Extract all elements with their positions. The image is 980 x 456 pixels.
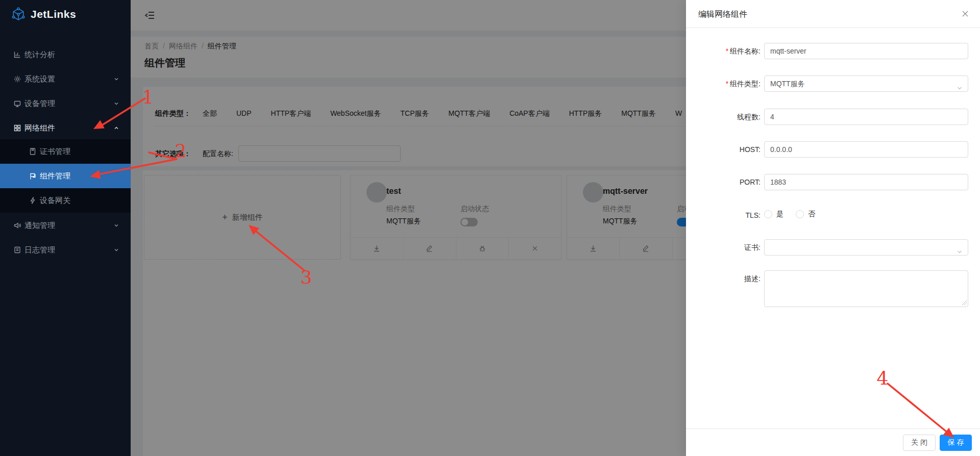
sidebar-item-logs[interactable]: 日志管理	[0, 238, 131, 262]
field-row-host: HOST:	[686, 141, 980, 158]
field-row-port: PORT:	[686, 174, 980, 190]
sidebar-item-stats[interactable]: 统计分析	[0, 42, 131, 67]
component-name-input[interactable]	[764, 43, 968, 59]
sidebar-item-components[interactable]: 组件管理	[0, 164, 131, 188]
save-button[interactable]: 保 存	[940, 435, 972, 451]
sidebar-item-notifications[interactable]: 通知管理	[0, 213, 131, 238]
sidebar-item-gateways[interactable]: 设备网关	[0, 188, 131, 213]
chevron-down-icon	[957, 81, 963, 87]
sidebar-item-network[interactable]: 网络组件	[0, 116, 131, 140]
host-input[interactable]	[764, 141, 968, 158]
close-button[interactable]: 关 闭	[903, 435, 936, 451]
chevron-down-icon	[113, 76, 119, 82]
edit-network-component-drawer: 编辑网络组件 *组件名称: *组件类型: MQTT服务 线程数: HOST: P…	[686, 0, 980, 456]
sidebar-item-certificates[interactable]: 证书管理	[0, 139, 131, 164]
field-row-tls: TLS: 是 否	[686, 207, 980, 223]
chevron-up-icon	[113, 125, 119, 131]
field-row-desc: 描述:	[686, 270, 980, 307]
tls-label: TLS:	[686, 207, 761, 223]
chevron-down-icon	[113, 100, 119, 107]
tls-no-label: 否	[808, 210, 815, 219]
chevron-down-icon	[957, 245, 963, 251]
port-input[interactable]	[764, 174, 968, 190]
threads-label: 线程数:	[686, 109, 761, 125]
sidebar: JetLinks 统计分析 系统设置 设备管理 网络组件 证书管理	[0, 0, 131, 456]
tls-yes-radio[interactable]	[764, 210, 772, 218]
port-label: PORT:	[686, 174, 761, 190]
close-icon[interactable]	[962, 10, 969, 17]
name-label: *组件名称:	[686, 43, 761, 59]
device-icon	[13, 99, 21, 108]
chevron-down-icon	[113, 247, 119, 253]
drawer-footer: 关 闭 保 存	[686, 428, 980, 456]
log-icon	[13, 246, 21, 254]
certificate-icon	[29, 147, 37, 156]
certificate-select[interactable]	[764, 239, 968, 256]
drawer-header: 编辑网络组件	[686, 0, 980, 28]
jetlinks-cube-icon	[11, 7, 26, 21]
desc-label: 描述:	[686, 270, 761, 284]
drawer-title: 编辑网络组件	[698, 9, 747, 20]
tls-radio-group: 是 否	[764, 210, 823, 219]
field-row-threads: 线程数:	[686, 109, 980, 125]
logo[interactable]: JetLinks	[11, 7, 76, 21]
type-label: *组件类型:	[686, 75, 761, 92]
gear-icon	[13, 75, 21, 83]
sidebar-item-settings[interactable]: 系统设置	[0, 67, 131, 91]
field-row-cert: 证书:	[686, 239, 980, 256]
drawer-mask[interactable]	[131, 0, 686, 456]
threads-input[interactable]	[764, 109, 968, 125]
app-title: JetLinks	[31, 8, 76, 20]
field-row-name: *组件名称:	[686, 43, 980, 59]
host-label: HOST:	[686, 141, 761, 158]
app-window: JetLinks 统计分析 系统设置 设备管理 网络组件 证书管理	[0, 0, 980, 456]
appstore-icon	[13, 124, 21, 132]
description-textarea[interactable]	[764, 270, 968, 307]
bar-chart-icon	[13, 50, 21, 59]
component-type-select[interactable]: MQTT服务	[764, 75, 968, 92]
tls-yes-label: 是	[776, 210, 783, 219]
speaker-icon	[13, 221, 21, 230]
flag-icon	[29, 172, 37, 180]
chevron-down-icon	[113, 222, 119, 229]
tls-no-radio[interactable]	[796, 210, 804, 218]
lightning-icon	[29, 196, 37, 205]
sidebar-item-devices[interactable]: 设备管理	[0, 91, 131, 116]
field-row-type: *组件类型: MQTT服务	[686, 75, 980, 92]
cert-label: 证书:	[686, 239, 761, 256]
